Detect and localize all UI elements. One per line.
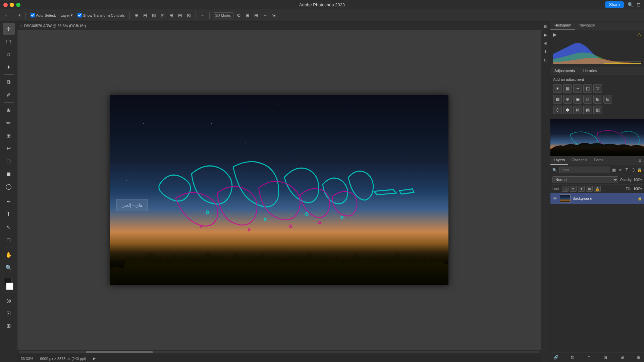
3d-scale-icon[interactable]: ⇲	[270, 12, 277, 19]
tab-navigator[interactable]: Navigator	[575, 21, 599, 29]
auto-select-dropdown[interactable]: Layer ▾	[59, 12, 74, 18]
distribute-icon[interactable]: ⊠	[185, 12, 192, 19]
channel-mixer-btn[interactable]: ⊞	[593, 95, 602, 104]
show-transform-checkbox[interactable]	[77, 13, 82, 17]
hand-tool[interactable]: ✋	[3, 249, 15, 261]
lock-transparent-btn[interactable]: ⬚	[562, 186, 569, 192]
levels-btn[interactable]: ▦	[563, 84, 572, 93]
photo-filter-btn[interactable]: ◎	[583, 95, 592, 104]
color-balance-btn[interactable]: ⊕	[563, 95, 572, 104]
marquee-tool[interactable]: ⬚	[3, 36, 15, 48]
3d-zoom-icon[interactable]: ⊞	[253, 12, 260, 19]
tab-histogram[interactable]: Histogram	[550, 21, 575, 29]
path-select-tool[interactable]: ↖	[3, 221, 15, 233]
brightness-contrast-btn[interactable]: ☀	[553, 84, 562, 93]
move-tool[interactable]: ✛	[3, 23, 15, 35]
arrange-documents-tool[interactable]: ⊞	[3, 320, 15, 332]
filter-shape-btn[interactable]: ⬡	[631, 167, 636, 173]
close-button[interactable]	[3, 3, 8, 7]
tab-channels[interactable]: Channels	[568, 156, 590, 165]
show-transform-checkbox-group[interactable]: Show Transform Controls	[76, 12, 126, 18]
threshold-btn[interactable]: ⊠	[573, 106, 582, 114]
color-swatches[interactable]	[3, 278, 15, 290]
zoom-tool[interactable]: 🔍	[3, 261, 15, 274]
minimize-button[interactable]	[10, 3, 14, 7]
align-center-icon[interactable]: ⊟	[142, 12, 149, 19]
tab-close-button[interactable]: ×	[20, 24, 22, 27]
tab-layers[interactable]: Layers	[550, 156, 568, 165]
blend-mode-select[interactable]: Normal Multiply Screen Overlay	[552, 176, 618, 183]
mini-tool-2[interactable]: ▶	[542, 31, 549, 39]
type-tool[interactable]: T	[3, 208, 15, 220]
fill-value[interactable]: 100%	[633, 187, 642, 191]
lock-pixels-btn[interactable]: ✏	[570, 186, 577, 192]
pen-tool[interactable]: ✒	[3, 195, 15, 207]
table-row[interactable]: 👁 Background 🔒	[550, 193, 644, 204]
filter-pixel-btn[interactable]: ▦	[611, 167, 616, 173]
scrollbar-thumb[interactable]	[86, 351, 153, 353]
posterize-btn[interactable]: ⬢	[563, 106, 572, 114]
filter-adjustment-btn[interactable]: ✏	[618, 167, 623, 173]
auto-select-checkbox[interactable]	[31, 13, 35, 17]
3d-rotate-icon[interactable]: ↻	[235, 12, 242, 19]
window-arrange-icon[interactable]: ⊟	[637, 2, 641, 7]
status-arrow-icon[interactable]: ▶	[93, 356, 96, 361]
mini-tool-4[interactable]: ℹ	[542, 48, 549, 55]
brush-tool[interactable]: ✏	[3, 117, 15, 129]
quick-select-tool[interactable]: ✦	[3, 61, 15, 73]
scrollbar-track[interactable]	[19, 351, 539, 353]
hsl-btn[interactable]: ▩	[553, 95, 562, 104]
exposure-btn[interactable]: ◫	[583, 84, 592, 93]
filter-type-btn[interactable]: T	[624, 167, 629, 173]
align-right-icon[interactable]: ⊠	[151, 12, 157, 19]
mini-tool-1[interactable]: ⊞	[542, 23, 549, 30]
align-left-icon[interactable]: ⊞	[133, 12, 140, 19]
crop-tool[interactable]: ⧉	[3, 76, 15, 88]
invert-btn[interactable]: ⬡	[553, 106, 562, 114]
curves-btn[interactable]: 〜	[573, 84, 582, 93]
align-bottom-icon[interactable]: ⊟	[177, 12, 183, 19]
gradient-map-btn[interactable]: ▤	[583, 106, 592, 114]
search-icon[interactable]: 🔍	[628, 2, 633, 7]
dodge-tool[interactable]: ◯	[3, 180, 15, 192]
horizontal-scrollbar[interactable]	[17, 350, 541, 355]
add-mask-btn[interactable]: ◻	[586, 354, 592, 361]
canvas-scroll-area[interactable]: هاي - إلجي	[17, 30, 541, 350]
home-icon[interactable]: ⌂	[3, 12, 9, 19]
panel-menu-icon[interactable]: ≡	[636, 156, 644, 165]
layer-visibility-toggle[interactable]: 👁	[552, 196, 558, 201]
mini-tool-5[interactable]: ⊡	[542, 56, 549, 64]
move-tool-btn[interactable]: ✛	[16, 12, 22, 18]
bw-btn[interactable]: ▣	[573, 95, 582, 104]
lock-all-btn[interactable]: 🔒	[594, 186, 601, 192]
histogram-play-icon[interactable]: ▶	[553, 32, 557, 37]
history-brush-tool[interactable]: ↩	[3, 142, 15, 154]
search-layers-input[interactable]	[559, 167, 610, 173]
lasso-tool[interactable]: ⌾	[3, 48, 15, 60]
background-color[interactable]	[6, 283, 13, 290]
delete-layer-btn[interactable]: 🗑	[635, 354, 642, 361]
healing-tool[interactable]: ⊕	[3, 104, 15, 116]
tab-paths[interactable]: Paths	[591, 156, 607, 165]
3d-slide-icon[interactable]: ↔	[262, 12, 268, 19]
screen-mode-tool[interactable]: ⊡	[3, 307, 15, 319]
more-options-icon[interactable]: ···	[199, 12, 206, 19]
align-middle-icon[interactable]: ⊞	[168, 12, 175, 19]
tab-adjustments[interactable]: Adjustments	[550, 67, 579, 74]
new-layer-btn[interactable]: ⊞	[619, 354, 626, 361]
lock-position-btn[interactable]: ✛	[578, 186, 585, 192]
layer-fx-btn[interactable]: fx	[569, 354, 576, 361]
gradient-tool[interactable]: ◼	[3, 168, 15, 180]
link-layers-btn[interactable]: 🔗	[552, 354, 559, 361]
selective-color-btn[interactable]: ▥	[593, 106, 602, 114]
shape-tool[interactable]: ◻	[3, 234, 15, 246]
eyedropper-tool[interactable]: ✐	[3, 89, 15, 101]
stamp-tool[interactable]: ⊞	[3, 129, 15, 141]
quick-mask-tool[interactable]: ◎	[3, 294, 15, 306]
lock-artboard-btn[interactable]: ⊞	[586, 186, 593, 192]
auto-select-toggle[interactable]: Auto-Select:	[29, 12, 57, 18]
mini-tool-3[interactable]: ⊕	[542, 40, 549, 47]
new-fill-layer-btn[interactable]: ◑	[602, 354, 609, 361]
vibrance-btn[interactable]: ▽	[593, 84, 602, 93]
opacity-value[interactable]: 100%	[633, 178, 642, 182]
